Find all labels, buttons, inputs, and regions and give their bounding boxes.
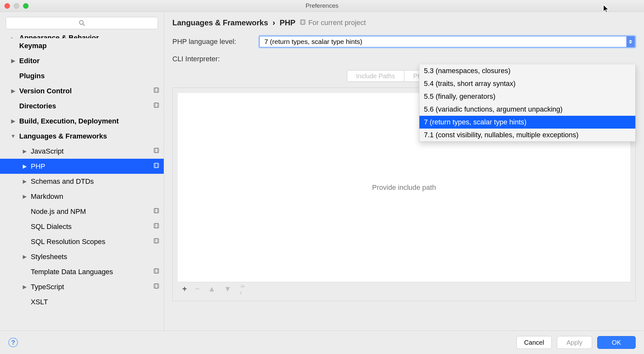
breadcrumb-separator: › [273, 18, 275, 27]
remove-button[interactable]: − [195, 284, 200, 293]
project-scope-icon [153, 148, 159, 155]
sidebar-item-plugins[interactable]: ▶Plugins [0, 68, 164, 83]
svg-rect-9 [155, 163, 158, 168]
breadcrumb-parent[interactable]: Languages & Frameworks [172, 18, 268, 27]
svg-rect-13 [155, 223, 158, 228]
chevron-right-icon: ▶ [21, 193, 28, 199]
sidebar-item-label: TypeScript [31, 283, 153, 291]
svg-point-0 [79, 21, 83, 24]
project-scope-icon [153, 163, 159, 170]
sidebar-item-languages-frameworks[interactable]: ▼Languages & Frameworks [0, 129, 164, 144]
move-down-button[interactable]: ▼ [224, 284, 232, 293]
sidebar-item-javascript[interactable]: ▶JavaScript [0, 144, 164, 159]
svg-rect-20 [301, 20, 305, 24]
sidebar-item-editor[interactable]: ▶Editor [0, 53, 164, 68]
project-scope-icon [153, 283, 159, 291]
add-button[interactable]: + [182, 284, 187, 293]
sidebar-item-php[interactable]: ▶PHP [0, 159, 164, 174]
sidebar-item-label: JavaScript [31, 147, 153, 156]
sidebar-item-typescript[interactable]: ▶TypeScript [0, 279, 164, 294]
sidebar-item-sql-dialects[interactable]: ▶SQL Dialects [0, 219, 164, 234]
chevron-down-icon: ▼ [10, 133, 17, 139]
breadcrumb-current: PHP [280, 18, 295, 27]
svg-rect-4 [154, 103, 159, 107]
svg-rect-3 [155, 88, 158, 92]
svg-rect-18 [154, 284, 159, 288]
project-scope-icon [153, 238, 159, 245]
php-language-level-value: 7 (return types, scalar type hints) [264, 38, 362, 46]
sidebar-item-node-js-and-npm[interactable]: ▶Node.js and NPM [0, 204, 164, 219]
php-language-level-select[interactable]: 7 (return types, scalar type hints) [259, 36, 636, 48]
svg-rect-6 [154, 148, 159, 153]
sidebar-item-markdown[interactable]: ▶Markdown [0, 189, 164, 204]
dropdown-option[interactable]: 5.6 (variadic functions, argument unpack… [419, 103, 635, 116]
project-scope-icon [300, 19, 306, 27]
sidebar-item-label: SQL Resolution Scopes [31, 238, 153, 246]
tab-include-paths[interactable]: Include Paths [347, 70, 404, 82]
sidebar-item-keymap[interactable]: ▶Keymap [0, 38, 164, 53]
include-paths-toolbar: + − ▲ ▼ ↓az [178, 282, 630, 296]
sidebar-item-stylesheets[interactable]: ▶Stylesheets [0, 249, 164, 264]
sidebar-item-label: Stylesheets [31, 253, 159, 261]
sidebar-item-label: Directories [19, 102, 153, 110]
sidebar-item-template-data-languages[interactable]: ▶Template Data Languages [0, 264, 164, 279]
search-icon [79, 20, 85, 26]
project-scope-icon [153, 223, 159, 230]
sidebar-item-label: Node.js and NPM [31, 207, 153, 216]
window-title: Preferences [0, 2, 644, 9]
move-up-button[interactable]: ▲ [208, 284, 216, 293]
dialog-footer: ? Cancel Apply OK [0, 331, 644, 354]
sidebar-item-label: Markdown [31, 192, 159, 201]
chevron-right-icon: ▶ [21, 284, 28, 290]
cancel-button[interactable]: Cancel [516, 336, 552, 349]
chevron-right-icon: ▶ [21, 178, 28, 184]
chevron-right-icon: ▶ [10, 36, 17, 38]
dropdown-option[interactable]: 5.5 (finally, generators) [419, 90, 635, 103]
svg-rect-11 [155, 208, 158, 213]
svg-rect-7 [155, 148, 158, 153]
svg-rect-16 [154, 269, 159, 273]
project-scope-icon [153, 102, 159, 110]
sidebar-item-appearance-behavior[interactable]: ▶Appearance & Behavior [0, 32, 164, 38]
svg-rect-17 [155, 269, 158, 273]
svg-rect-21 [302, 20, 304, 24]
sidebar-item-sql-resolution-scopes[interactable]: ▶SQL Resolution Scopes [0, 234, 164, 249]
svg-rect-5 [155, 103, 158, 107]
project-scope-icon [153, 268, 159, 275]
preferences-tree: ▶Appearance & Behavior▶Keymap▶Editor▶Plu… [0, 32, 164, 331]
svg-rect-15 [155, 239, 158, 243]
project-scope-icon [153, 87, 159, 95]
preferences-main: Languages & Frameworks › PHP For current… [164, 12, 644, 331]
sidebar-item-label: Version Control [19, 87, 153, 95]
chevron-right-icon: ▶ [21, 254, 28, 260]
sidebar-item-build-execution-deployment[interactable]: ▶Build, Execution, Deployment [0, 114, 164, 129]
ok-button[interactable]: OK [597, 336, 636, 349]
search-input[interactable] [6, 17, 158, 29]
dropdown-option[interactable]: 7 (return types, scalar type hints) [419, 116, 635, 129]
sidebar-item-label: Schemas and DTDs [31, 177, 159, 186]
svg-rect-2 [154, 88, 159, 92]
select-stepper-icon [626, 36, 635, 47]
svg-rect-19 [155, 284, 158, 288]
apply-button[interactable]: Apply [557, 336, 592, 349]
sidebar-item-xslt[interactable]: ▶XSLT [0, 294, 164, 309]
scope-label: For current project [308, 19, 366, 27]
sidebar-item-label: Plugins [19, 72, 159, 80]
sidebar-item-label: Languages & Frameworks [19, 132, 159, 140]
php-language-level-dropdown: 5.3 (namespaces, closures)5.4 (traits, s… [419, 64, 636, 142]
dropdown-option[interactable]: 5.4 (traits, short array syntax) [419, 77, 635, 90]
chevron-right-icon: ▶ [21, 163, 28, 169]
dropdown-option[interactable]: 5.3 (namespaces, closures) [419, 64, 635, 77]
scope-indicator: For current project [300, 19, 366, 27]
sort-button[interactable]: ↓az [240, 282, 244, 296]
help-button[interactable]: ? [8, 338, 18, 347]
sidebar-item-version-control[interactable]: ▶Version Control [0, 83, 164, 98]
chevron-right-icon: ▶ [10, 88, 17, 94]
dropdown-option[interactable]: 7.1 (const visibility, nullables, multip… [419, 129, 635, 141]
sidebar-item-directories[interactable]: ▶Directories [0, 98, 164, 114]
sidebar-item-schemas-and-dtds[interactable]: ▶Schemas and DTDs [0, 174, 164, 189]
sidebar-item-label: Build, Execution, Deployment [19, 117, 159, 125]
sidebar-item-label: Template Data Languages [31, 268, 153, 276]
chevron-right-icon: ▶ [10, 58, 17, 64]
svg-rect-12 [154, 223, 159, 228]
